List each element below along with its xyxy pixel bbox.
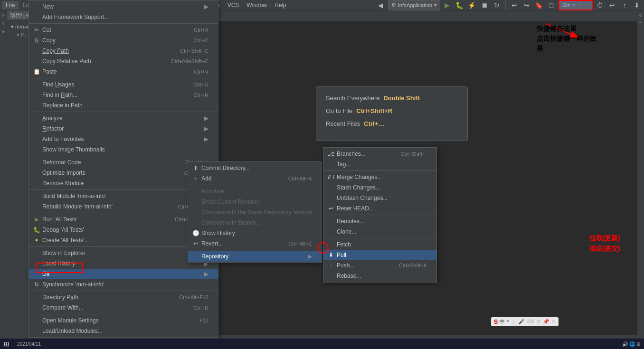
ctx-add-favorites-arrow: ▶ <box>204 136 208 142</box>
ctx-module-settings[interactable]: Open Module Settings F12 <box>29 315 218 326</box>
settings-btn[interactable]: □ <box>546 0 557 10</box>
ctx-find-in-path[interactable]: Find in Path... Ctrl+H <box>29 90 218 100</box>
ctx-add-framework[interactable]: Add Framework Support... <box>29 12 218 22</box>
ctx-add-favorites-label: Add to Favorites <box>42 136 84 142</box>
stop-btn[interactable]: ⏹ <box>479 0 490 10</box>
git-check-icon: ✓ <box>578 2 583 8</box>
debug-btn[interactable]: 🐛 <box>455 0 465 10</box>
side-icon-strip: P S ★ <box>0 10 7 335</box>
repo-remotes[interactable]: Remotes... <box>323 216 436 226</box>
git-revert-btn[interactable]: ↩ <box>607 0 617 10</box>
project-icon[interactable]: P <box>0 12 7 19</box>
ctx-sep4 <box>29 156 218 156</box>
ctx-copy-rel-path[interactable]: Copy Relative Path Ctrl+Alt+Shift+C <box>29 56 218 66</box>
bookmark-btn[interactable]: 🔖 <box>534 0 544 10</box>
repo-stash[interactable]: Stash Changes... <box>323 182 436 193</box>
taskbar-start[interactable]: ⊞ <box>0 340 13 348</box>
search-row-3: Recent Files Ctrl+… <box>326 120 458 127</box>
ctx-analyze[interactable]: Analyze ▶ <box>29 113 218 123</box>
vcs-revert[interactable]: ↩ Revert... Ctrl+Alt+Z <box>188 238 322 249</box>
sogou-keyboard-icon: ⌨ <box>527 319 534 325</box>
repo-clone[interactable]: Clone... <box>323 226 436 237</box>
favorites-icon[interactable]: ★ <box>0 28 7 35</box>
ctx-refactor-label: Refactor <box>42 125 64 132</box>
repo-unstash[interactable]: UnStash Changes... <box>323 193 436 203</box>
run-btn[interactable]: ▶ <box>442 0 453 10</box>
repo-push[interactable]: ↑ Push... Ctrl+Shift+K <box>323 260 436 271</box>
repo-reset-icon: ↩ <box>327 205 335 212</box>
run-config-selector[interactable]: ⚙ InfoApplication ▾ <box>388 0 440 10</box>
ctx-copy-path[interactable]: Copy Path Ctrl+Shift+C <box>29 46 218 56</box>
ctx-show-thumbnails[interactable]: Show Image Thumbnails <box>29 144 218 155</box>
ctx-paste[interactable]: 📋 Paste Ctrl+V <box>29 66 218 77</box>
ctx-refactor[interactable]: Refactor ▶ <box>29 123 218 134</box>
ctx-find-usages[interactable]: Find Usages Ctrl+G <box>29 79 218 90</box>
repo-merge[interactable]: ⛙ Merge Changes... <box>323 172 436 182</box>
repo-sep1 <box>323 170 436 171</box>
go-to-file-label: Go to File <box>326 107 352 114</box>
vcs-revert-icon: ↩ <box>192 240 199 247</box>
taskbar-icons: 🔊 🌐 ⊞ <box>622 341 640 347</box>
ctx-create-tests-label: Create 'All Tests'... <box>42 237 89 244</box>
git-history-btn[interactable]: ⏱ <box>595 0 605 10</box>
ctx-dir-path[interactable]: Directory Path Ctrl+Alt+F12 <box>29 292 218 302</box>
repo-reset[interactable]: ↩ Reset HEAD... <box>323 203 436 214</box>
structure-icon[interactable]: S <box>0 20 7 27</box>
run-coverage-btn[interactable]: ⚡ <box>467 0 477 10</box>
menu-window[interactable]: Window <box>243 1 271 9</box>
ctx-optimize-label: Optimize Imports <box>42 170 85 176</box>
sogou-close-icon[interactable]: ✕ <box>551 319 556 325</box>
repo-tag[interactable]: Tag... <box>323 159 436 170</box>
ctx-synchronize[interactable]: ↻ Synchronize 'mm-ai-info' <box>29 279 218 290</box>
ctx-synchronize-label: Synchronize 'mm-ai-info' <box>42 281 104 288</box>
vcs-commit-dir[interactable]: ⬆ Commit Directory... <box>188 163 322 173</box>
repo-pull[interactable]: ⬇ Pull <box>323 250 436 260</box>
ctx-show-explorer-label: Show in Explorer <box>42 250 85 256</box>
menu-help[interactable]: Help <box>271 1 290 9</box>
ctx-replace-in-path[interactable]: Replace in Path . <box>29 100 218 111</box>
vcs-show-history[interactable]: 🕐 Show History <box>188 228 322 238</box>
ctx-cut[interactable]: ✂ Cut Ctrl+X <box>29 25 218 35</box>
repo-tag-label: Tag... <box>337 161 350 168</box>
ctx-compare[interactable]: Compare With... Ctrl+D <box>29 302 218 313</box>
vcs-sep2 <box>188 250 322 250</box>
ctx-load-modules-label: Load/Unload Modules... <box>42 328 103 334</box>
repo-fetch[interactable]: Fetch <box>323 239 436 250</box>
repo-stash-label: Stash Changes... <box>337 184 380 191</box>
toolbar-back-btn[interactable]: ◀ <box>376 0 386 10</box>
cn-text2: 点击快捷键一样的效 <box>537 34 597 44</box>
undo-btn[interactable]: ↩ <box>509 0 520 10</box>
ctx-copy-path-label: Copy Path <box>42 47 69 54</box>
right-icon-2[interactable]: ≡ <box>637 19 644 25</box>
menu-file[interactable]: File <box>2 1 19 9</box>
ctx-copy[interactable]: ⎘ Copy Ctrl+C <box>29 35 218 46</box>
cn-annotation-bottom: 拉取(更新) 推送(提交) <box>589 233 620 254</box>
git-check2-icon: ✓ <box>585 2 589 8</box>
repo-branches-shortcut: Ctrl+Shift+` <box>391 151 427 157</box>
ctx-compare-label: Compare With... <box>42 304 84 311</box>
pull-circle-annotation <box>317 242 329 254</box>
vcs-commit-label: Commit Directory... <box>201 165 250 171</box>
ctx-replace-label: Replace in Path . <box>42 102 85 109</box>
ctx-new[interactable]: New ▶ <box>29 1 218 12</box>
vcs-compare-repo-label: Compare with the Same Repository Version <box>201 209 312 216</box>
redo-btn[interactable]: ↪ <box>521 0 532 10</box>
vcs-add[interactable]: + Add Ctrl+Alt+A <box>188 173 322 184</box>
repo-rebase[interactable]: Rebase... <box>323 271 436 281</box>
cn-push-text: 推送(提交) <box>589 243 620 254</box>
ctx-load-modules[interactable]: Load/Unload Modules... <box>29 326 218 336</box>
ctx-create-icon: ✦ <box>33 237 40 244</box>
rerun-btn[interactable]: ↻ <box>492 0 502 10</box>
ctx-build-module-label: Build Module 'mm-ai-info' <box>42 193 106 199</box>
ctx-rebuild-module-label: Rebuild Module 'mm-ai-info' <box>42 203 113 210</box>
right-icon-1[interactable]: ⚙ <box>637 12 644 19</box>
ctx-paste-shortcut: Ctrl+V <box>184 69 208 75</box>
git-push-btn[interactable]: ↑ <box>619 0 630 10</box>
search-row-2: Go to File Ctrl+Shift+R <box>326 107 458 114</box>
ctx-add-favorites[interactable]: Add to Favorites ▶ <box>29 134 218 144</box>
menu-vcs[interactable]: VCS <box>224 1 243 9</box>
git-pencil-icon: ✏ <box>572 2 577 8</box>
vcs-repository[interactable]: Repository ▶ <box>188 251 322 262</box>
repo-branches[interactable]: ⎇ Branches... Ctrl+Shift+` <box>323 149 436 159</box>
git-fetch-btn[interactable]: ⬇ <box>632 0 642 10</box>
